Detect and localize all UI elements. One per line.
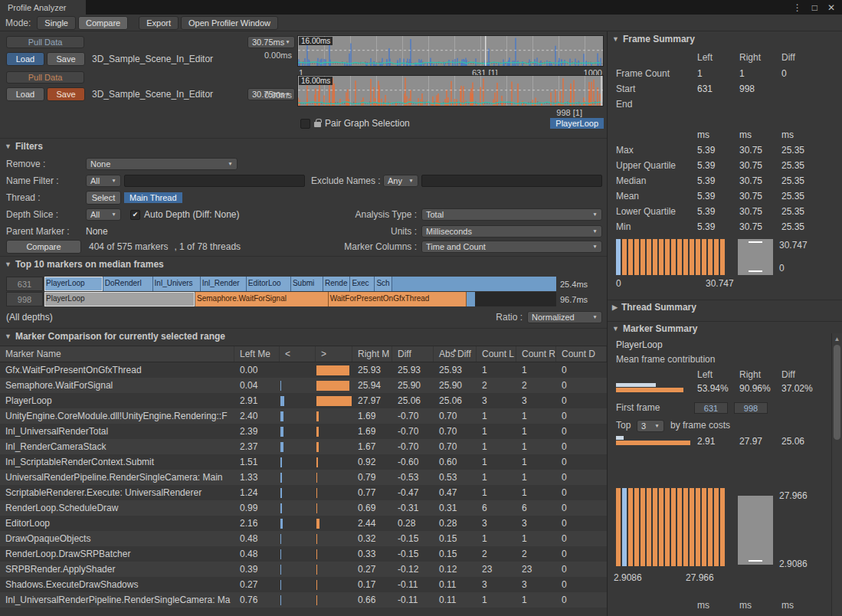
- marker-segment[interactable]: PlayerLoop: [44, 292, 195, 306]
- load-button-left[interactable]: Load: [6, 52, 44, 66]
- left-graph-scale-dropdown[interactable]: 30.75ms: [247, 36, 295, 48]
- scrollbar-thumb[interactable]: [834, 345, 840, 440]
- pair-graph-row: Pair Graph Selection PlayerLoop: [300, 118, 604, 129]
- marker-summary-header[interactable]: ▼ Marker Summary: [612, 323, 697, 334]
- marker-segment[interactable]: [467, 292, 475, 306]
- tab-compare[interactable]: Compare: [78, 16, 128, 30]
- column-header--[interactable]: >: [316, 346, 352, 362]
- maximize-icon[interactable]: □: [812, 2, 817, 13]
- marker-segment[interactable]: WaitForPresentOnGfxThread: [329, 292, 467, 306]
- table-row[interactable]: Gfx.WaitForPresentOnGfxThread0.0025.9325…: [0, 362, 607, 378]
- left-value-bar: [280, 442, 283, 452]
- tab-single[interactable]: Single: [37, 16, 76, 30]
- first-frame-left-button[interactable]: 631: [694, 402, 728, 414]
- table-row[interactable]: UnityEngine.CoreModule.dll!UnityEngine.R…: [0, 408, 607, 424]
- table-row[interactable]: DrawOpaqueObjects0.480.32-0.150.15110: [0, 531, 607, 546]
- table-row[interactable]: Inl_ScriptableRenderContext.Submit1.510.…: [0, 454, 607, 470]
- box-max-marker: [749, 241, 762, 243]
- ratio-dropdown[interactable]: Normalized: [527, 311, 602, 323]
- exclude-names-input[interactable]: [421, 175, 602, 187]
- table-row[interactable]: PlayerLoop2.9127.9725.0625.06330: [0, 393, 607, 408]
- column-header-count-r[interactable]: Count R: [516, 346, 556, 362]
- marker-segment[interactable]: Sch: [375, 277, 392, 291]
- name-filter-mode-dropdown[interactable]: All: [86, 175, 121, 187]
- left-frames-graph[interactable]: 16.00ms: [297, 35, 604, 67]
- comparison-header[interactable]: ▼ Marker Comparison for currently select…: [0, 329, 607, 344]
- foldout-icon[interactable]: ▼: [5, 143, 11, 150]
- panel-scrollbar[interactable]: ▲: [831, 333, 842, 616]
- name-filter-input[interactable]: [124, 175, 305, 187]
- column-header-count-d[interactable]: Count D: [556, 346, 607, 362]
- auto-depth-checkbox[interactable]: ✔: [130, 210, 140, 220]
- window-tab[interactable]: Profile Analyzer: [0, 0, 86, 15]
- table-row[interactable]: Inl_UniversalRenderTotal2.391.69-0.700.7…: [0, 424, 607, 439]
- load-button-right[interactable]: Load: [6, 87, 44, 101]
- save-button-left[interactable]: Save: [47, 52, 85, 66]
- frame-number[interactable]: 998: [6, 292, 43, 306]
- marker-segment[interactable]: Semaphore.WaitForSignal: [195, 292, 329, 306]
- analysis-type-dropdown[interactable]: Total: [421, 208, 602, 221]
- table-row[interactable]: Semaphore.WaitForSignal0.0425.9425.9025.…: [0, 378, 607, 393]
- thread-select-button[interactable]: Select: [86, 191, 121, 205]
- foldout-icon[interactable]: ▶: [612, 303, 618, 311]
- table-row[interactable]: Shadows.ExecuteDrawShadows0.270.17-0.110…: [0, 577, 607, 592]
- export-button[interactable]: Export: [139, 16, 179, 30]
- marker-segment[interactable]: Submi: [291, 277, 323, 291]
- foldout-icon[interactable]: ▼: [612, 325, 619, 333]
- column-header-count-l[interactable]: Count L: [477, 346, 516, 362]
- exclude-mode-dropdown[interactable]: Any: [383, 175, 418, 187]
- marker-segment[interactable]: PlayerLoop: [44, 277, 103, 291]
- table-row[interactable]: RenderLoop.ScheduleDraw0.990.69-0.310.31…: [0, 500, 607, 516]
- save-button-right[interactable]: Save: [47, 87, 85, 101]
- pull-data-button-left[interactable]: Pull Data: [6, 36, 84, 48]
- units-dropdown[interactable]: Milliseconds: [421, 225, 602, 238]
- column-header-abs-diff[interactable]: Abs Diff▲: [434, 346, 477, 362]
- marker-segment[interactable]: DoRenderl: [103, 277, 153, 291]
- selected-marker-chip[interactable]: PlayerLoop: [550, 118, 604, 129]
- value-cell: 1.33: [234, 470, 280, 485]
- table-row[interactable]: RenderLoop.DrawSRPBatcher0.480.33-0.150.…: [0, 546, 607, 562]
- right-bar-cell: [316, 454, 352, 470]
- marker-segment[interactable]: Inl_Univers: [153, 277, 201, 291]
- foldout-icon[interactable]: ▼: [5, 260, 11, 268]
- table-row[interactable]: Inl_RenderCameraStack2.371.67-0.700.7011…: [0, 439, 607, 454]
- column-header-diff[interactable]: Diff: [392, 346, 434, 362]
- depth-slice-dropdown[interactable]: All: [86, 208, 121, 221]
- pair-graph-checkbox[interactable]: [300, 119, 310, 129]
- pull-data-button-right[interactable]: Pull Data: [6, 71, 84, 84]
- foldout-icon[interactable]: ▼: [612, 35, 619, 43]
- filters-header[interactable]: ▼ Filters: [0, 139, 607, 154]
- marker-columns-dropdown[interactable]: Time and Count: [421, 241, 602, 253]
- table-row[interactable]: ScriptableRenderer.Execute: UniversalRen…: [0, 485, 607, 500]
- marker-segment[interactable]: Exec: [350, 277, 375, 291]
- top-n-dropdown[interactable]: 3: [637, 420, 664, 432]
- top10-section: ▼ Top 10 markers on median frames 631 Pl…: [0, 256, 607, 328]
- close-icon[interactable]: ✕: [827, 2, 835, 13]
- top10-header[interactable]: ▼ Top 10 markers on median frames: [0, 257, 607, 272]
- frame-number[interactable]: 631: [6, 277, 43, 291]
- marker-segment[interactable]: Rende: [323, 277, 350, 291]
- remove-dropdown[interactable]: None: [86, 158, 238, 170]
- table-row[interactable]: SRPBRender.ApplyShader0.390.27-0.120.122…: [0, 562, 607, 577]
- compare-button[interactable]: Compare: [6, 240, 81, 254]
- column-header-left-me[interactable]: Left Me: [234, 346, 280, 362]
- column-header-right-m[interactable]: Right M: [352, 346, 392, 362]
- scroll-up-icon[interactable]: ▲: [832, 336, 842, 342]
- lock-icon: [314, 122, 321, 127]
- frame-summary-header[interactable]: ▼ Frame Summary: [612, 34, 827, 44]
- foldout-icon[interactable]: ▼: [5, 333, 11, 340]
- marker-segment[interactable]: [392, 277, 556, 291]
- first-frame-right-button[interactable]: 998: [734, 402, 768, 414]
- more-icon[interactable]: ⋮: [793, 2, 802, 13]
- table-row[interactable]: UniversalRenderPipeline.RenderSingleCame…: [0, 470, 607, 485]
- table-row[interactable]: Inl_UniversalRenderPipeline.RenderSingle…: [0, 592, 607, 608]
- thread-summary-header[interactable]: ▶ Thread Summary: [612, 302, 696, 313]
- table-row[interactable]: EditorLoop2.162.440.280.28330: [0, 516, 607, 531]
- column-header--[interactable]: <: [280, 346, 316, 362]
- marker-segment[interactable]: Inl_Render: [201, 277, 247, 291]
- open-profiler-window-button[interactable]: Open Profiler Window: [181, 16, 278, 30]
- units-label: Units :: [391, 226, 417, 237]
- marker-segment[interactable]: EditorLoo: [247, 277, 291, 291]
- right-frames-graph[interactable]: 16.00ms: [297, 75, 604, 106]
- column-header-marker-name[interactable]: Marker Name: [0, 346, 234, 362]
